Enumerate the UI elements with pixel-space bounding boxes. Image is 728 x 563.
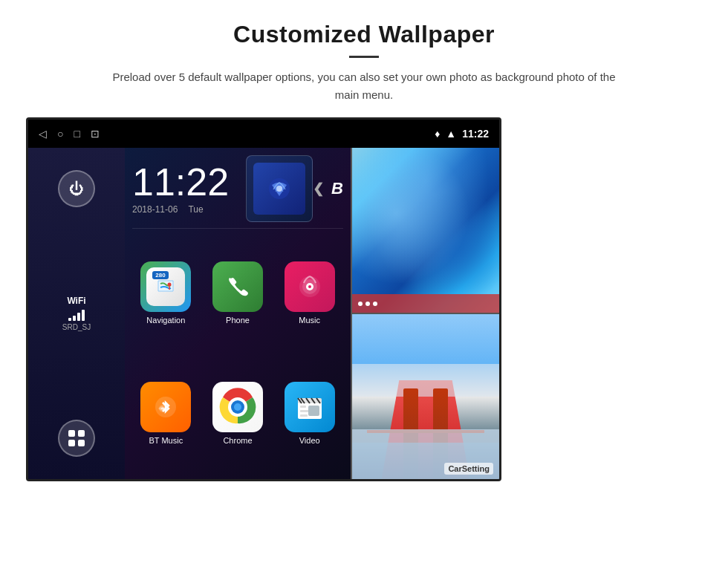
chrome-label: Chrome (223, 436, 252, 445)
svg-rect-0 (68, 430, 75, 437)
back-nav-icon[interactable]: ◁ (39, 128, 47, 140)
music-label: Music (299, 316, 320, 325)
prev-track-icon[interactable]: ❮ (313, 180, 324, 197)
app-phone[interactable]: Phone (204, 235, 272, 351)
video-icon (285, 382, 335, 432)
svg-point-10 (308, 285, 311, 288)
recent-nav-icon[interactable]: □ (74, 128, 79, 140)
page-title: Customized Wallpaper (104, 21, 624, 48)
location-icon: ♦ (435, 128, 440, 140)
wifi-label: WiFi (62, 296, 91, 306)
music-icon (285, 261, 335, 312)
phone-icon (212, 261, 263, 312)
wifi-bar-4 (82, 310, 85, 321)
main-content: ◁ ○ □ ⊡ ♦ ▲ 11:22 ⏻ (0, 117, 728, 563)
status-bar: ◁ ○ □ ⊡ ♦ ▲ 11:22 (28, 120, 499, 148)
phone-label: Phone (226, 316, 250, 325)
chrome-svg-icon (217, 386, 259, 428)
status-left: ◁ ○ □ ⊡ (39, 128, 100, 140)
wifi-bar-1 (68, 318, 71, 321)
app-navigation[interactable]: 280 Navigat (132, 235, 200, 351)
svg-rect-2 (68, 440, 75, 446)
carsetting-label: CarSetting (444, 463, 493, 475)
svg-rect-3 (78, 440, 85, 446)
app-video[interactable]: Video (276, 356, 343, 472)
svg-rect-18 (300, 406, 306, 408)
app-shortcut-b[interactable]: B (331, 179, 343, 198)
navigation-label: Navigation (146, 316, 185, 325)
wallpaper-preview-panel: CarSetting (351, 148, 499, 479)
home-nav-icon[interactable]: ○ (57, 128, 63, 140)
svg-point-6 (168, 282, 172, 286)
svg-rect-20 (300, 414, 308, 417)
wallpaper-bridge-preview[interactable]: CarSetting (351, 313, 499, 479)
header-section: Customized Wallpaper Preload over 5 defa… (45, 0, 683, 117)
title-divider (349, 56, 379, 58)
svg-rect-1 (78, 430, 85, 437)
clock-row: 11:22 2018-11-06 Tue (132, 155, 343, 229)
screenshot-icon[interactable]: ⊡ (91, 128, 100, 140)
wifi-ssid: SRD_SJ (62, 323, 91, 331)
app-bt-music[interactable]: BT Music (132, 356, 200, 472)
left-sidebar: ⏻ WiFi SRD_SJ (28, 148, 125, 479)
bt-music-label: BT Music (149, 436, 183, 445)
music-svg-icon (296, 273, 323, 300)
wifi-bar-2 (73, 316, 76, 321)
phone-svg-icon (225, 274, 250, 299)
device-screen: ◁ ○ □ ⊡ ♦ ▲ 11:22 ⏻ (26, 117, 501, 481)
status-right: ♦ ▲ 11:22 (435, 128, 489, 140)
navigation-icon: 280 (140, 261, 191, 312)
clock-date: 2018-11-06 Tue (132, 204, 246, 215)
wifi-widget: WiFi SRD_SJ (62, 296, 91, 331)
wifi-bars (62, 309, 91, 321)
wifi-status-icon: ▲ (446, 128, 456, 140)
wifi-bar-3 (77, 313, 80, 321)
app-music[interactable]: Music (276, 235, 343, 351)
wallpaper-ice-preview[interactable] (351, 148, 499, 313)
app-chrome[interactable]: Chrome (204, 356, 272, 472)
page-description: Preload over 5 default wallpaper options… (104, 68, 624, 104)
clock-time: 11:22 (132, 163, 246, 201)
bt-music-icon (140, 382, 191, 432)
cast-icon (266, 175, 293, 202)
grid-icon (68, 430, 85, 446)
media-widget[interactable] (246, 155, 313, 222)
power-button[interactable]: ⏻ (58, 170, 95, 207)
status-time: 11:22 (462, 128, 489, 140)
app-grid: 280 Navigat (132, 235, 343, 472)
clock-day-value: Tue (188, 204, 203, 215)
screen-body: ⏻ WiFi SRD_SJ (28, 148, 499, 479)
page-wrapper: Customized Wallpaper Preload over 5 defa… (0, 0, 728, 563)
map-icon (155, 278, 177, 296)
video-svg-icon (293, 391, 326, 423)
screen-main: 11:22 2018-11-06 Tue (125, 148, 351, 479)
all-apps-button[interactable] (58, 420, 95, 457)
media-inner (253, 163, 305, 215)
bluetooth-svg-icon (152, 394, 179, 420)
clock-date-value: 2018-11-06 (132, 204, 178, 215)
svg-rect-21 (308, 406, 319, 416)
svg-point-15 (234, 403, 241, 411)
chrome-icon (212, 382, 263, 432)
video-label: Video (299, 436, 320, 445)
clock-section: 11:22 2018-11-06 Tue (132, 163, 246, 215)
power-icon: ⏻ (69, 180, 84, 198)
extra-icons: ❮ B (313, 179, 343, 198)
